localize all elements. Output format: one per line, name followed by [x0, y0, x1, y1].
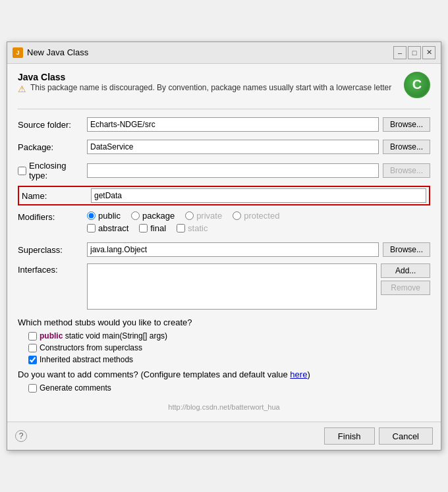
package-field: Browse... — [87, 140, 430, 154]
source-folder-input[interactable] — [87, 117, 379, 132]
package-radio[interactable] — [131, 211, 140, 220]
main-stub-label[interactable]: public static void main(String[] args) — [28, 331, 167, 341]
final-checkbox[interactable] — [139, 224, 148, 232]
constructors-stub-text: Constructors from superclass — [40, 343, 142, 352]
interfaces-row: Interfaces: Add... Remove — [18, 263, 430, 310]
public-radio-label[interactable]: public — [87, 211, 121, 221]
enclosing-type-left: Enclosing type: — [18, 161, 87, 180]
private-radio-label[interactable]: private — [185, 211, 222, 221]
interfaces-field: Add... Remove — [87, 263, 430, 310]
static-checkbox-label[interactable]: static — [177, 223, 208, 233]
title-bar-left: J New Java Class — [13, 47, 88, 58]
source-folder-field: Browse... — [87, 117, 430, 132]
warning-text: This package name is discouraged. By con… — [30, 82, 391, 94]
enclosing-type-row: Enclosing type: Browse... — [18, 161, 430, 180]
enclosing-type-input[interactable] — [87, 163, 379, 178]
dialog-content: Java Class ⚠ This package name is discou… — [7, 64, 441, 422]
superclass-row: Superclass: Browse... — [18, 241, 430, 258]
stubs-title: Which method stubs would you like to cre… — [18, 317, 430, 327]
private-radio[interactable] — [185, 211, 194, 220]
window-title: New Java Class — [27, 47, 88, 57]
main-keyword: public — [40, 331, 63, 341]
comments-section: Do you want to add comments? (Configure … — [18, 369, 430, 393]
static-label: static — [188, 223, 208, 233]
enclosing-type-label: Enclosing type: — [29, 161, 87, 180]
enclosing-type-checkbox[interactable] — [18, 167, 26, 175]
modifiers-other-line: abstract final static — [87, 223, 430, 233]
source-folder-label: Source folder: — [18, 120, 87, 130]
title-controls: – □ ✕ — [393, 46, 435, 59]
protected-label: protected — [244, 211, 279, 221]
package-browse-button[interactable]: Browse... — [383, 140, 430, 154]
package-label: package — [142, 211, 175, 221]
interfaces-label: Interfaces: — [18, 263, 87, 275]
cancel-button[interactable]: Cancel — [379, 427, 433, 445]
abstract-checkbox-label[interactable]: abstract — [87, 223, 128, 233]
package-input[interactable] — [87, 140, 379, 154]
comments-title: Do you want to add comments? (Configure … — [18, 369, 430, 379]
dialog-footer: ? Finish Cancel — [7, 422, 441, 450]
final-checkbox-label[interactable]: final — [139, 223, 166, 233]
main-stub-checkbox[interactable] — [28, 332, 37, 341]
package-radio-label[interactable]: package — [131, 211, 175, 221]
modifiers-grid: public package private protected — [87, 211, 430, 236]
superclass-input[interactable] — [87, 242, 379, 257]
maximize-button[interactable]: □ — [408, 46, 421, 59]
main-stub-text: public static void main(String[] args) — [40, 331, 167, 341]
section-title: Java Class — [18, 72, 391, 82]
inherited-stub-label[interactable]: Inherited abstract methods — [28, 355, 133, 364]
comments-title-prefix: Do you want to add comments? (Configure … — [18, 369, 290, 379]
comments-title-suffix: ) — [307, 369, 310, 379]
main-rest: static void main(String[] args) — [63, 331, 167, 341]
generate-comments-checkbox[interactable] — [28, 384, 37, 393]
constructors-stub-checkbox[interactable] — [28, 344, 37, 352]
name-label: Name: — [22, 191, 91, 201]
modifiers-row: Modifiers: public package private — [18, 211, 430, 236]
modifiers-label: Modifiers: — [18, 211, 87, 222]
protected-radio[interactable] — [233, 211, 241, 220]
warning-icon: ⚠ — [18, 83, 26, 96]
abstract-checkbox[interactable] — [87, 224, 96, 232]
name-field — [91, 188, 426, 203]
private-label: private — [196, 211, 222, 221]
close-button[interactable]: ✕ — [422, 46, 435, 59]
section-title-area: Java Class ⚠ This package name is discou… — [18, 72, 391, 104]
stubs-section: Which method stubs would you like to cre… — [18, 317, 430, 364]
section-header: Java Class ⚠ This package name is discou… — [18, 72, 430, 104]
warning-box: ⚠ This package name is discouraged. By c… — [18, 82, 391, 96]
enclosing-type-checkbox-label[interactable]: Enclosing type: — [18, 161, 87, 180]
name-row: Name: — [18, 186, 430, 205]
constructors-stub-row: Constructors from superclass — [18, 343, 430, 352]
name-input[interactable] — [91, 188, 426, 203]
superclass-field: Browse... — [87, 242, 430, 257]
source-folder-browse-button[interactable]: Browse... — [383, 117, 430, 132]
interfaces-buttons: Add... Remove — [381, 263, 430, 310]
eclipse-logo: C — [404, 72, 430, 98]
generate-comments-label[interactable]: Generate comments — [28, 383, 111, 393]
window-icon: J — [13, 47, 23, 58]
footer-left: ? — [15, 430, 27, 442]
footer-buttons: Finish Cancel — [324, 427, 433, 445]
svg-text:J: J — [16, 49, 19, 56]
interfaces-list[interactable] — [87, 263, 377, 310]
minimize-button[interactable]: – — [393, 46, 406, 59]
help-button[interactable]: ? — [15, 430, 27, 442]
static-checkbox[interactable] — [177, 224, 185, 232]
superclass-browse-button[interactable]: Browse... — [383, 242, 430, 257]
inherited-stub-row: Inherited abstract methods — [18, 355, 430, 364]
protected-radio-label[interactable]: protected — [233, 211, 279, 221]
configure-templates-link[interactable]: here — [290, 369, 307, 379]
constructors-stub-label[interactable]: Constructors from superclass — [28, 343, 142, 352]
add-interface-button[interactable]: Add... — [381, 263, 430, 278]
public-radio[interactable] — [87, 211, 96, 220]
abstract-label: abstract — [98, 223, 128, 233]
public-label: public — [98, 211, 121, 221]
generate-comments-text: Generate comments — [40, 383, 111, 393]
finish-button[interactable]: Finish — [324, 427, 375, 445]
remove-interface-button[interactable]: Remove — [381, 281, 430, 295]
main-stub-row: public static void main(String[] args) — [18, 331, 430, 341]
package-row: Package: Browse... — [18, 138, 430, 155]
enclosing-type-browse-button[interactable]: Browse... — [383, 163, 430, 178]
watermark: http://blog.csdn.net/batterwort_hua — [18, 400, 430, 414]
inherited-stub-checkbox[interactable] — [28, 356, 37, 364]
